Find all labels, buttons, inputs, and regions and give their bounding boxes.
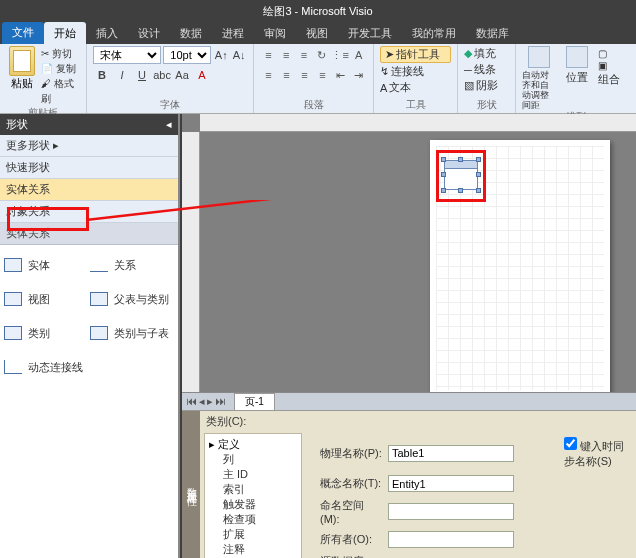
group-tools: ➤指针工具 ↯连接线 A文本 工具 — [374, 44, 458, 113]
tree-root[interactable]: ▸ 定义 — [209, 437, 297, 452]
strike-button[interactable]: abc — [153, 66, 171, 84]
category-tree[interactable]: ▸ 定义 列 主 ID 索引 触发器 检查项 扩展 注释 — [204, 433, 302, 558]
line-icon: ─ — [464, 64, 472, 76]
concept-name-input[interactable] — [388, 475, 514, 492]
stencil-area: 实体 关系 视图 父表与类别 类别 类别与子表 动态连接线 — [0, 245, 178, 558]
entity-relation-row[interactable]: 实体关系 — [0, 179, 178, 201]
align-bottom-icon[interactable]: ≡ — [296, 46, 313, 64]
tab-custom[interactable]: 我的常用 — [402, 22, 466, 44]
text-dir-icon[interactable]: A — [350, 46, 367, 64]
align-right-icon[interactable]: ≡ — [296, 66, 313, 84]
chevron-left-icon[interactable]: ◂ — [166, 118, 172, 131]
copy-button[interactable]: 📄 复制 — [41, 61, 80, 76]
tab-process[interactable]: 进程 — [212, 22, 254, 44]
align-middle-icon[interactable]: ≡ — [278, 46, 295, 64]
more-shapes-row[interactable]: 更多形状 ▸ — [0, 135, 178, 157]
tab-review[interactable]: 审阅 — [254, 22, 296, 44]
sync-checkbox[interactable]: 键入时同步名称(S) — [564, 437, 626, 469]
namespace-input[interactable] — [388, 503, 514, 520]
tab-devtools[interactable]: 开发工具 — [338, 22, 402, 44]
tab-design[interactable]: 设计 — [128, 22, 170, 44]
bold-button[interactable]: B — [93, 66, 111, 84]
case-button[interactable]: Aa — [173, 66, 191, 84]
page-tabs-bar: ⏮ ◂ ▸ ⏭ 页-1 — [182, 392, 636, 410]
panel-side-tab[interactable]: 数据库属性 — [182, 411, 200, 558]
category-header: 类别(C): — [200, 411, 636, 429]
grow-font-button[interactable]: A↑ — [213, 46, 229, 64]
indent-dec-icon[interactable]: ⇤ — [332, 66, 349, 84]
tab-database[interactable]: 数据库 — [466, 22, 519, 44]
tab-home[interactable]: 开始 — [44, 22, 86, 44]
object-relation-row[interactable]: 对象关系 — [0, 201, 178, 223]
tree-item[interactable]: 主 ID — [209, 467, 297, 482]
phys-name-input[interactable] — [388, 445, 514, 462]
stencil-dynamic-connector[interactable]: 动态连接线 — [4, 353, 174, 381]
owner-input[interactable] — [388, 531, 514, 548]
font-name-combo[interactable]: 宋体 — [93, 46, 161, 64]
fill-icon: ◆ — [464, 47, 472, 60]
orientation-icon[interactable]: ↻ — [313, 46, 330, 64]
align-top-icon[interactable]: ≡ — [260, 46, 277, 64]
quick-shapes-row[interactable]: 快速形状 — [0, 157, 178, 179]
font-color-button[interactable]: A — [193, 66, 211, 84]
stencil-category-child[interactable]: 类别与子表 — [90, 319, 174, 347]
shadow-button[interactable]: ▧阴影 — [464, 78, 509, 93]
entity-icon — [4, 258, 22, 272]
align-left-icon[interactable]: ≡ — [260, 66, 277, 84]
ruler-vertical — [182, 132, 200, 410]
next-page-icon[interactable]: ▸ — [207, 395, 213, 408]
stencil-category[interactable]: 类别 — [4, 319, 88, 347]
phys-name-label: 物理名称(P): — [320, 446, 382, 461]
bullets-icon[interactable]: ⋮≡ — [331, 46, 349, 64]
entity-shape-on-canvas[interactable] — [444, 160, 478, 190]
tree-item[interactable]: 触发器 — [209, 497, 297, 512]
page-nav-arrows[interactable]: ⏮ ◂ ▸ ⏭ — [182, 395, 230, 408]
cut-button[interactable]: ✂ 剪切 — [41, 46, 80, 61]
window-title: 绘图3 - Microsoft Visio — [263, 4, 372, 19]
tab-data[interactable]: 数据 — [170, 22, 212, 44]
paste-button[interactable]: 粘贴 — [6, 46, 37, 91]
group-arrange: 自动对齐和自动调整间距 位置 ▢ ▣ 组合 排列 — [516, 44, 636, 113]
italic-button[interactable]: I — [113, 66, 131, 84]
tab-view[interactable]: 视图 — [296, 22, 338, 44]
tree-item[interactable]: 扩展 — [209, 527, 297, 542]
paste-icon — [9, 46, 35, 76]
tree-item[interactable]: 索引 — [209, 482, 297, 497]
font-size-combo[interactable]: 10pt — [163, 46, 211, 64]
tree-item[interactable]: 注释 — [209, 542, 297, 557]
pointer-tool-button[interactable]: ➤指针工具 — [380, 46, 451, 63]
stencil-entity[interactable]: 实体 — [4, 251, 88, 279]
group-button[interactable]: 组合 — [598, 72, 620, 87]
justify-icon[interactable]: ≡ — [314, 66, 331, 84]
shrink-font-button[interactable]: A↓ — [231, 46, 247, 64]
canvas-area[interactable] — [182, 114, 636, 410]
tree-item[interactable]: 检查项 — [209, 512, 297, 527]
connector-tool-button[interactable]: ↯连接线 — [380, 64, 451, 79]
first-page-icon[interactable]: ⏮ — [186, 395, 197, 408]
text-tool-button[interactable]: A文本 — [380, 80, 451, 95]
last-page-icon[interactable]: ⏭ — [215, 395, 226, 408]
underline-button[interactable]: U — [133, 66, 151, 84]
fill-button[interactable]: ◆填充 — [464, 46, 509, 61]
file-tab[interactable]: 文件 — [2, 22, 44, 44]
stencil-relation[interactable]: 关系 — [90, 251, 174, 279]
autoalign-button[interactable]: 自动对齐和自动调整间距 — [522, 46, 556, 110]
text-icon: A — [380, 82, 387, 94]
prev-page-icon[interactable]: ◂ — [199, 395, 205, 408]
page-tab-1[interactable]: 页-1 — [234, 393, 275, 410]
group-paragraph: ≡ ≡ ≡ ↻ ⋮≡ A ≡ ≡ ≡ ≡ ⇤ ⇥ 段落 — [254, 44, 374, 113]
format-painter-button[interactable]: 🖌 格式刷 — [41, 76, 80, 106]
indent-inc-icon[interactable]: ⇥ — [350, 66, 367, 84]
position-button[interactable]: 位置 — [560, 46, 594, 85]
ribbon: 粘贴 ✂ 剪切 📄 复制 🖌 格式刷 剪贴板 宋体 10pt A↑ A↓ B I… — [0, 44, 636, 114]
tab-insert[interactable]: 插入 — [86, 22, 128, 44]
stencil-parent-category[interactable]: 父表与类别 — [90, 285, 174, 313]
align-center-icon[interactable]: ≡ — [278, 66, 295, 84]
stencil-view[interactable]: 视图 — [4, 285, 88, 313]
line-button[interactable]: ─线条 — [464, 62, 509, 77]
dyn-conn-icon — [4, 360, 22, 374]
bring-front-button[interactable]: ▢ — [598, 48, 620, 59]
tree-item[interactable]: 列 — [209, 452, 297, 467]
send-back-button[interactable]: ▣ — [598, 60, 620, 71]
cat-child-icon — [90, 326, 108, 340]
